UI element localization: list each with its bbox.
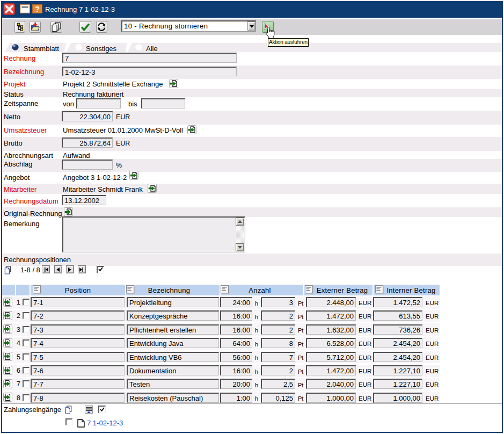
svg-text:?: ? xyxy=(35,5,40,13)
